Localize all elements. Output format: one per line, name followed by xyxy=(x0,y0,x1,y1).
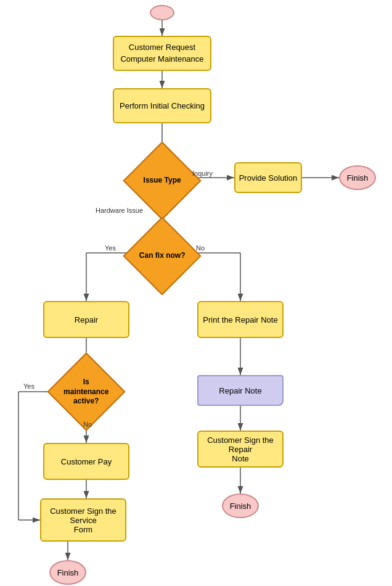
start-node xyxy=(150,5,174,20)
no-maint-label: No xyxy=(83,421,92,428)
repair-box: Repair xyxy=(43,301,129,338)
repair-label: Repair xyxy=(75,315,98,324)
issue-type-diamond-container: Issue Type xyxy=(134,153,190,208)
finish-bottom-label: Finish xyxy=(57,568,79,577)
can-fix-label: Can fix now? xyxy=(137,251,187,261)
customer-request-label: Customer RequestComputer Maintenance xyxy=(120,42,203,64)
hardware-issue-text: Hardware Issue xyxy=(96,207,143,214)
issue-type-label: Issue Type xyxy=(137,176,187,186)
customer-sign-repair-box: Customer Sign the RepairNote xyxy=(197,431,284,468)
initial-checking-label: Perform Initial Checking xyxy=(120,101,205,110)
provide-solution-box: Provide Solution xyxy=(234,162,302,193)
is-maintenance-label: Ismaintenanceactive? xyxy=(62,378,111,406)
customer-request-box: Customer RequestComputer Maintenance xyxy=(113,36,211,71)
is-maintenance-diamond: Ismaintenanceactive? xyxy=(47,352,125,431)
inquiry-text: Inquiry xyxy=(192,170,213,177)
flowchart: Customer RequestComputer Maintenance Per… xyxy=(0,0,392,586)
can-fix-diamond: Can fix now? xyxy=(123,217,201,295)
finish-right-node: Finish xyxy=(222,493,259,518)
repair-note-label: Repair Note xyxy=(219,386,261,395)
inquiry-label: Inquiry xyxy=(192,170,213,177)
no-fix-text: No xyxy=(196,244,205,252)
yes-maint-label: Yes xyxy=(23,382,35,390)
customer-sign-service-box: Customer Sign the ServiceForm xyxy=(40,498,126,542)
can-fix-diamond-container: Can fix now? xyxy=(134,228,190,284)
provide-solution-label: Provide Solution xyxy=(239,173,298,183)
initial-checking-box: Perform Initial Checking xyxy=(113,88,211,123)
customer-sign-repair-label: Customer Sign the RepairNote xyxy=(198,435,282,463)
is-maintenance-diamond-container: Ismaintenanceactive? xyxy=(59,364,114,419)
finish-bottom-node: Finish xyxy=(49,560,86,585)
print-repair-note-box: Print the Repair Note xyxy=(197,301,284,338)
yes-maint-text: Yes xyxy=(23,382,35,390)
customer-pay-label: Customer Pay xyxy=(61,457,112,466)
finish-top-node: Finish xyxy=(339,165,376,190)
no-fix-label: No xyxy=(196,244,205,252)
yes-fix-label: Yes xyxy=(105,244,116,252)
print-repair-note-label: Print the Repair Note xyxy=(203,315,277,324)
finish-right-label: Finish xyxy=(230,501,251,511)
yes-fix-text: Yes xyxy=(105,244,116,252)
hardware-issue-label: Hardware Issue xyxy=(96,207,143,214)
customer-sign-service-label: Customer Sign the ServiceForm xyxy=(41,506,125,534)
finish-top-label: Finish xyxy=(347,173,369,183)
no-maint-text: No xyxy=(83,421,92,428)
repair-note-box: Repair Note xyxy=(197,375,284,406)
customer-pay-box: Customer Pay xyxy=(43,443,129,480)
